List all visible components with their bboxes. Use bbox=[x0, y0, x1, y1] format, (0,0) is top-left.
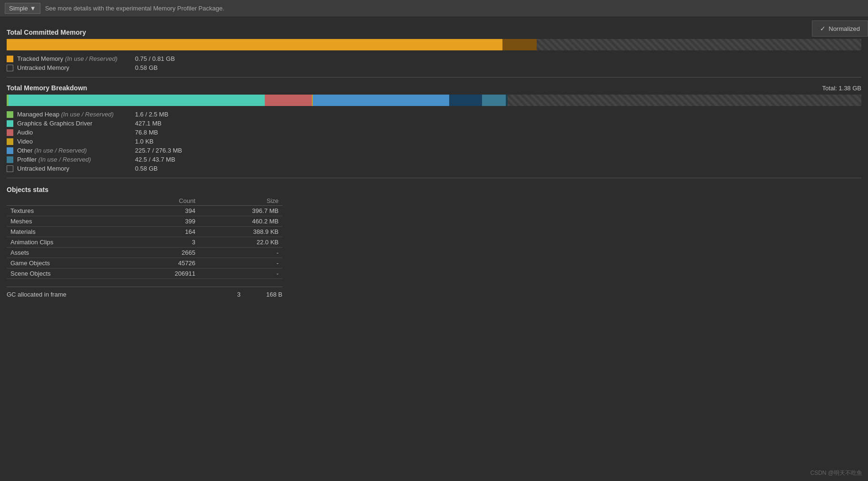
simple-dropdown[interactable]: Simple ▼ bbox=[5, 3, 40, 14]
total-breakdown-legend: Managed Heap (In use / Reserved) 1.6 / 2… bbox=[7, 111, 861, 172]
legend-label-graphics: Graphics & Graphics Driver bbox=[17, 120, 131, 127]
row-count: 394 bbox=[130, 206, 199, 216]
gc-size: 168 B bbox=[244, 291, 282, 298]
row-count: 3 bbox=[130, 237, 199, 248]
col-count-header: Count bbox=[130, 196, 199, 206]
divider-1 bbox=[7, 77, 861, 77]
legend-value-tracked: 0.75 / 0.81 GB bbox=[135, 55, 175, 62]
legend-row-video: Video 1.0 KB bbox=[7, 138, 861, 145]
divider-2 bbox=[7, 178, 861, 178]
legend-value-video: 1.0 KB bbox=[135, 138, 154, 145]
legend-color-managed bbox=[7, 111, 13, 118]
total-breakdown-total: Total: 1.38 GB bbox=[822, 85, 861, 92]
table-row: Game Objects 45726 - bbox=[7, 258, 282, 269]
legend-color-audio bbox=[7, 129, 13, 136]
objects-stats-table: Count Size Textures 394 396.7 MB Meshes … bbox=[7, 196, 282, 279]
legend-row-tracked: Tracked Memory (In use / Reserved) 0.75 … bbox=[7, 55, 861, 62]
row-size: 388.9 KB bbox=[199, 227, 282, 237]
legend-label-other: Other (In use / Reserved) bbox=[17, 147, 131, 154]
legend-row-other: Other (In use / Reserved) 225.7 / 276.3 … bbox=[7, 147, 861, 154]
row-name: Meshes bbox=[7, 216, 130, 227]
toolbar: Simple ▼ See more details with the exper… bbox=[0, 0, 868, 17]
legend-row-managed: Managed Heap (In use / Reserved) 1.6 / 2… bbox=[7, 111, 861, 118]
bar-tracked bbox=[7, 39, 502, 50]
row-count: 399 bbox=[130, 216, 199, 227]
gc-count: 3 bbox=[206, 291, 244, 298]
row-size: 460.2 MB bbox=[199, 216, 282, 227]
row-count: 2665 bbox=[130, 248, 199, 258]
legend-label-audio: Audio bbox=[17, 129, 131, 136]
main-content: Total Committed Memory Total: 1.38 GB Tr… bbox=[0, 17, 868, 303]
row-size: - bbox=[199, 269, 282, 279]
legend-color-tracked bbox=[7, 56, 13, 62]
legend-value-audio: 76.8 MB bbox=[135, 129, 158, 136]
total-committed-bar bbox=[7, 39, 861, 50]
bar-other bbox=[313, 95, 450, 106]
table-row: Animation Clips 3 22.0 KB bbox=[7, 237, 282, 248]
bar-profiler bbox=[482, 95, 506, 106]
total-breakdown-title: Total Memory Breakdown bbox=[7, 84, 87, 92]
table-row: Textures 394 396.7 MB bbox=[7, 206, 282, 216]
total-committed-title: Total Committed Memory bbox=[7, 29, 86, 36]
row-name: Game Objects bbox=[7, 258, 130, 269]
row-name: Animation Clips bbox=[7, 237, 130, 248]
legend-row-graphics: Graphics & Graphics Driver 427.1 MB bbox=[7, 120, 861, 127]
objects-stats-title: Objects stats bbox=[7, 186, 861, 193]
col-size-header: Size bbox=[199, 196, 282, 206]
legend-color-untracked bbox=[7, 65, 13, 71]
legend-label-tracked: Tracked Memory (In use / Reserved) bbox=[17, 55, 131, 62]
legend-color-video bbox=[7, 138, 13, 145]
total-committed-header: Total Committed Memory Total: 1.38 GB bbox=[7, 29, 861, 36]
bar-other-reserved bbox=[449, 95, 482, 106]
legend-label-untracked: Untracked Memory bbox=[17, 64, 131, 71]
row-size: - bbox=[199, 248, 282, 258]
legend-row-audio: Audio 76.8 MB bbox=[7, 129, 861, 136]
col-name-header bbox=[7, 196, 130, 206]
row-count: 164 bbox=[130, 227, 199, 237]
legend-color-graphics bbox=[7, 120, 13, 127]
watermark: CSDN @明天不吃鱼 bbox=[810, 469, 862, 477]
table-row: Scene Objects 206911 - bbox=[7, 269, 282, 279]
legend-value-profiler: 42.5 / 43.7 MB bbox=[135, 156, 175, 163]
gc-label: GC allocated in frame bbox=[7, 291, 206, 298]
total-breakdown-bar bbox=[7, 95, 861, 106]
legend-row-untracked: Untracked Memory 0.58 GB bbox=[7, 64, 861, 71]
legend-label-video: Video bbox=[17, 138, 131, 145]
toolbar-info-text: See more details with the experimental M… bbox=[45, 5, 224, 12]
normalized-area[interactable]: ✓ Normalized bbox=[812, 20, 868, 37]
legend-value-graphics: 427.1 MB bbox=[135, 120, 162, 127]
gc-row: GC allocated in frame 3 168 B bbox=[7, 287, 282, 298]
bar-graphics bbox=[9, 95, 265, 106]
dropdown-arrow-icon: ▼ bbox=[30, 5, 36, 12]
legend-color-other bbox=[7, 147, 13, 154]
simple-label: Simple bbox=[9, 5, 28, 12]
row-name: Materials bbox=[7, 227, 130, 237]
row-size: 396.7 MB bbox=[199, 206, 282, 216]
total-committed-legend: Tracked Memory (In use / Reserved) 0.75 … bbox=[7, 55, 861, 71]
legend-value-other: 225.7 / 276.3 MB bbox=[135, 147, 182, 154]
row-name: Textures bbox=[7, 206, 130, 216]
table-row: Assets 2665 - bbox=[7, 248, 282, 258]
row-size: - bbox=[199, 258, 282, 269]
legend-label-managed: Managed Heap (In use / Reserved) bbox=[17, 111, 131, 118]
normalized-label: Normalized bbox=[829, 25, 860, 32]
legend-row-profiler: Profiler (In use / Reserved) 42.5 / 43.7… bbox=[7, 156, 861, 163]
row-count: 206911 bbox=[130, 269, 199, 279]
legend-row-untracked2: Untracked Memory 0.58 GB bbox=[7, 165, 861, 172]
row-size: 22.0 KB bbox=[199, 237, 282, 248]
legend-label-untracked2: Untracked Memory bbox=[17, 165, 131, 172]
legend-label-profiler: Profiler (In use / Reserved) bbox=[17, 156, 131, 163]
table-row: Meshes 399 460.2 MB bbox=[7, 216, 282, 227]
row-name: Assets bbox=[7, 248, 130, 258]
legend-value-untracked2: 0.58 GB bbox=[135, 165, 158, 172]
normalized-checkmark: ✓ bbox=[820, 25, 826, 32]
stats-table-header: Count Size bbox=[7, 196, 282, 206]
bar-profiler-reserved bbox=[506, 95, 508, 106]
legend-value-managed: 1.6 / 2.5 MB bbox=[135, 111, 168, 118]
row-count: 45726 bbox=[130, 258, 199, 269]
row-name: Scene Objects bbox=[7, 269, 130, 279]
legend-value-untracked: 0.58 GB bbox=[135, 64, 158, 71]
table-row: Materials 164 388.9 KB bbox=[7, 227, 282, 237]
bar-tracked-reserved bbox=[502, 39, 537, 50]
bar-audio bbox=[265, 95, 312, 106]
